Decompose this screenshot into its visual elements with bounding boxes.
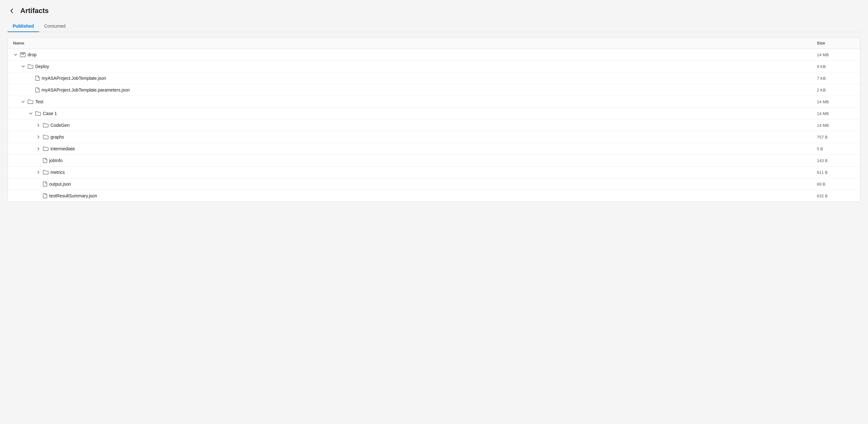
row-size-cell: 14 MB [817, 111, 855, 116]
item-label: myASAProject.JobTemplate.parameters.json [41, 87, 130, 92]
row-name-cell: testResultSummary.json [13, 193, 817, 198]
row-size-cell: 757 B [817, 135, 855, 140]
item-label: output.json [49, 181, 71, 187]
row-size-cell: 2 KB [817, 88, 855, 92]
tab-consumed[interactable]: Consumed [39, 20, 71, 32]
chevron-down-icon[interactable] [21, 64, 26, 69]
tree-row: testResultSummary.json 632 B [8, 190, 860, 201]
item-label: jobInfo [49, 158, 63, 163]
row-name-cell: Deploy [13, 64, 817, 69]
chevron-placeholder [36, 181, 41, 187]
page-container: Artifacts Published Consumed Name Size d… [0, 0, 868, 424]
file-icon [35, 87, 40, 92]
tree-row: myASAProject.JobTemplate.json 7 KB [8, 73, 860, 84]
row-name-cell: drop [13, 52, 817, 57]
folder-icon [43, 123, 49, 128]
row-name-cell: CodeGen [13, 123, 817, 128]
file-icon [43, 193, 47, 198]
item-label: Test [35, 99, 43, 104]
item-label: metrics [51, 170, 65, 175]
item-label: intermediate [51, 146, 75, 151]
tree-row[interactable]: intermediate 5 B [8, 143, 860, 155]
chevron-placeholder [36, 158, 41, 163]
tree-row[interactable]: graphs 757 B [8, 131, 860, 143]
row-name-cell: myASAProject.JobTemplate.parameters.json [13, 87, 817, 92]
item-label: Case 1 [43, 111, 57, 116]
archive-icon [20, 52, 26, 57]
row-size-cell: 7 KB [817, 76, 855, 81]
folder-icon [43, 135, 49, 140]
item-label: graphs [51, 135, 64, 140]
row-size-cell: 14 MB [817, 52, 855, 57]
tree-row[interactable]: Case 1 14 MB [8, 108, 860, 119]
back-button[interactable] [8, 6, 17, 15]
tree-row: myASAProject.JobTemplate.parameters.json… [8, 84, 860, 96]
row-name-cell: graphs [13, 135, 817, 140]
chevron-down-icon[interactable] [13, 52, 18, 57]
tree-row[interactable]: Deploy 9 KB [8, 61, 860, 73]
tab-published[interactable]: Published [8, 20, 39, 32]
chevron-placeholder [28, 87, 33, 92]
row-size-cell: 9 KB [817, 64, 855, 69]
item-label: Deploy [35, 64, 49, 69]
tree-row: jobInfo 143 B [8, 155, 860, 167]
folder-icon [43, 170, 49, 175]
row-size-cell: 611 B [817, 170, 855, 175]
row-name-cell: Case 1 [13, 111, 817, 116]
page-title: Artifacts [20, 7, 49, 15]
row-name-cell: output.json [13, 181, 817, 187]
row-name-cell: myASAProject.JobTemplate.json [13, 76, 817, 81]
tabs-container: Published Consumed [8, 20, 860, 32]
tree-body: drop 14 MB Deploy 9 KB myASAProject.JobT… [8, 49, 860, 201]
folder-icon [28, 64, 33, 69]
file-icon [35, 76, 40, 81]
item-label: drop [28, 52, 36, 57]
row-size-cell: 5 B [817, 146, 855, 151]
tree-row[interactable]: Test 14 MB [8, 96, 860, 108]
row-name-cell: jobInfo [13, 158, 817, 163]
row-name-cell: metrics [13, 170, 817, 175]
table-header: Name Size [8, 37, 860, 49]
chevron-right-icon[interactable] [36, 123, 41, 128]
chevron-down-icon[interactable] [28, 111, 33, 116]
svg-rect-0 [20, 53, 25, 57]
tree-row[interactable]: metrics 611 B [8, 167, 860, 178]
chevron-right-icon[interactable] [36, 146, 41, 151]
chevron-right-icon[interactable] [36, 135, 41, 140]
item-label: CodeGen [51, 123, 69, 128]
col-size-header: Size [817, 41, 855, 46]
row-size-cell: 632 B [817, 194, 855, 198]
chevron-right-icon[interactable] [36, 170, 41, 175]
item-label: testResultSummary.json [49, 193, 97, 198]
col-name-header: Name [13, 41, 817, 46]
tree-row: output.json 69 B [8, 178, 860, 190]
row-size-cell: 14 MB [817, 123, 855, 128]
folder-icon [28, 99, 33, 104]
chevron-placeholder [28, 76, 33, 81]
folder-icon [43, 146, 49, 151]
item-label: myASAProject.JobTemplate.json [41, 76, 106, 81]
row-name-cell: intermediate [13, 146, 817, 151]
row-size-cell: 143 B [817, 158, 855, 163]
folder-icon [35, 111, 41, 116]
artifacts-table: Name Size drop 14 MB Deploy [8, 37, 860, 202]
file-icon [43, 158, 47, 163]
chevron-placeholder [36, 193, 41, 198]
tree-row[interactable]: drop 14 MB [8, 49, 860, 61]
file-icon [43, 181, 47, 187]
chevron-down-icon[interactable] [21, 99, 26, 104]
row-size-cell: 14 MB [817, 100, 855, 104]
tree-row[interactable]: CodeGen 14 MB [8, 119, 860, 131]
row-name-cell: Test [13, 99, 817, 104]
page-header: Artifacts [8, 6, 860, 15]
row-size-cell: 69 B [817, 182, 855, 187]
